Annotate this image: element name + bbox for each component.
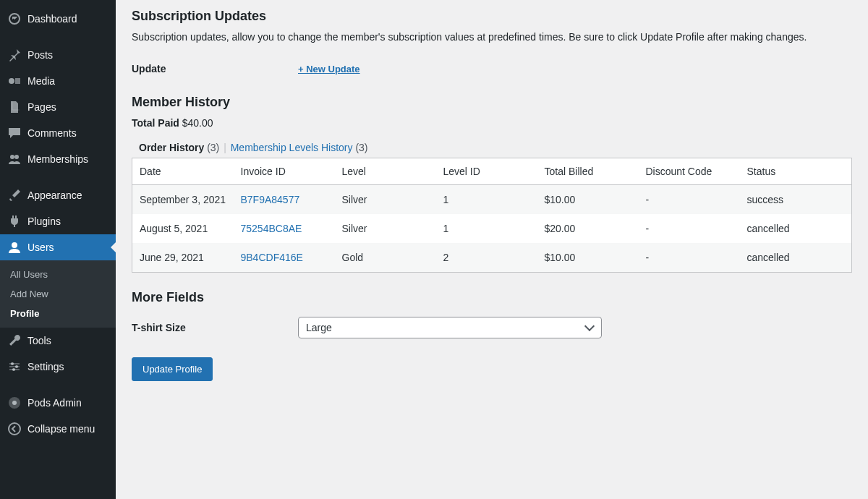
main-content: Subscription Updates Subscription update… <box>116 0 868 499</box>
sidebar-item-users[interactable]: Users <box>0 234 116 260</box>
total-paid: Total Paid $40.00 <box>132 117 852 129</box>
order-history-count: (3) <box>207 142 219 153</box>
sidebar-item-memberships[interactable]: Memberships <box>0 146 116 172</box>
sidebar-item-label: Appearance <box>27 189 82 201</box>
sidebar-item-media[interactable]: Media <box>0 68 116 94</box>
invoice-link[interactable]: 75254BC8AE <box>241 223 302 234</box>
invoice-link[interactable]: 9B4CDF416E <box>241 252 303 263</box>
svg-point-0 <box>9 78 14 84</box>
subscription-updates-heading: Subscription Updates <box>132 9 852 24</box>
cell-level-id: 1 <box>436 214 537 243</box>
tshirt-select[interactable]: Large <box>298 317 602 338</box>
tshirt-select-wrap: Large <box>298 317 602 338</box>
sidebar-item-dashboard[interactable]: Dashboard <box>0 6 116 32</box>
user-icon <box>7 240 22 255</box>
cell-status: cancelled <box>740 243 852 273</box>
comment-icon <box>7 126 22 140</box>
svg-point-1 <box>10 155 14 159</box>
sidebar-item-posts[interactable]: Posts <box>0 42 116 68</box>
col-discount: Discount Code <box>639 158 740 185</box>
sidebar-item-label: Collapse menu <box>27 423 95 435</box>
cell-billed: $10.00 <box>537 185 639 215</box>
svg-point-2 <box>14 155 19 159</box>
tab-order-history[interactable]: Order History <box>139 142 204 153</box>
cell-date: September 3, 2021 <box>132 185 234 215</box>
sidebar-item-label: Users <box>27 242 54 253</box>
cell-level: Gold <box>335 243 436 273</box>
cell-level: Silver <box>335 214 436 243</box>
sidebar-item-pages[interactable]: Pages <box>0 94 116 120</box>
table-row: September 3, 2021 B7F9A84577 Silver 1 $1… <box>132 185 852 215</box>
subscription-updates-description: Subscription updates, allow you to chang… <box>132 31 852 43</box>
plug-icon <box>7 214 22 229</box>
group-icon <box>7 152 22 166</box>
new-update-link[interactable]: + New Update <box>298 64 360 74</box>
col-total-billed: Total Billed <box>537 158 639 185</box>
col-date: Date <box>132 158 234 185</box>
cell-date: June 29, 2021 <box>132 243 234 273</box>
cell-billed: $20.00 <box>537 214 639 243</box>
sidebar-item-label: Pods Admin <box>27 397 82 409</box>
sidebar-item-label: Posts <box>27 49 53 61</box>
invoice-link[interactable]: B7F9A84577 <box>241 194 300 205</box>
sidebar-item-comments[interactable]: Comments <box>0 120 116 146</box>
table-row: June 29, 2021 9B4CDF416E Gold 2 $10.00 -… <box>132 243 852 273</box>
update-label: Update <box>132 63 298 74</box>
sidebar-item-label: Comments <box>27 127 77 139</box>
sidebar-item-pods-admin[interactable]: Pods Admin <box>0 390 116 416</box>
submenu-all-users[interactable]: All Users <box>0 265 116 284</box>
sidebar-item-collapse[interactable]: Collapse menu <box>0 416 116 442</box>
tshirt-label: T-shirt Size <box>132 322 298 333</box>
history-tabs: Order History (3) | Membership Levels Hi… <box>139 142 852 153</box>
cell-level: Silver <box>335 185 436 215</box>
update-row: Update + New Update <box>132 63 852 74</box>
cell-level-id: 1 <box>436 185 537 215</box>
col-level: Level <box>335 158 436 185</box>
submenu-add-new[interactable]: Add New <box>0 284 116 304</box>
tab-membership-levels[interactable]: Membership Levels History <box>231 142 353 153</box>
cell-billed: $10.00 <box>537 243 639 273</box>
dashboard-icon <box>7 12 22 26</box>
total-paid-label: Total Paid <box>132 117 179 129</box>
submenu-profile[interactable]: Profile <box>0 304 116 323</box>
users-submenu: All Users Add New Profile <box>0 260 116 328</box>
svg-point-9 <box>9 423 20 435</box>
cell-status: cancelled <box>740 214 852 243</box>
cell-date: August 5, 2021 <box>132 214 234 243</box>
sidebar-item-appearance[interactable]: Appearance <box>0 182 116 208</box>
col-invoice: Invoice ID <box>234 158 335 185</box>
sidebar-item-label: Settings <box>27 361 64 372</box>
sliders-icon <box>7 359 22 374</box>
more-fields-heading: More Fields <box>132 290 852 305</box>
total-paid-value: $40.00 <box>182 117 213 129</box>
sidebar-item-settings[interactable]: Settings <box>0 354 116 380</box>
sidebar-item-label: Media <box>27 75 55 87</box>
sidebar-item-tools[interactable]: Tools <box>0 328 116 354</box>
cell-status: success <box>740 185 852 215</box>
svg-point-6 <box>12 368 15 371</box>
table-header-row: Date Invoice ID Level Level ID Total Bil… <box>132 158 852 185</box>
pods-icon <box>7 396 22 410</box>
order-history-table: Date Invoice ID Level Level ID Total Bil… <box>132 158 852 273</box>
admin-sidebar: Dashboard Posts Media Pages Comments Mem… <box>0 0 116 499</box>
brush-icon <box>7 188 22 202</box>
cell-discount: - <box>639 185 740 215</box>
svg-point-4 <box>11 362 14 365</box>
sidebar-item-plugins[interactable]: Plugins <box>0 208 116 234</box>
svg-point-3 <box>12 242 17 248</box>
svg-point-8 <box>12 401 17 405</box>
cell-discount: - <box>639 214 740 243</box>
media-icon <box>7 74 22 88</box>
member-history-heading: Member History <box>132 95 852 110</box>
update-profile-button[interactable]: Update Profile <box>132 357 213 381</box>
sidebar-item-label: Dashboard <box>27 13 77 25</box>
table-row: August 5, 2021 75254BC8AE Silver 1 $20.0… <box>132 214 852 243</box>
membership-levels-count: (3) <box>355 142 367 153</box>
sidebar-item-label: Tools <box>27 335 51 346</box>
sidebar-item-label: Pages <box>27 101 56 113</box>
col-level-id: Level ID <box>436 158 537 185</box>
cell-discount: - <box>639 243 740 273</box>
pages-icon <box>7 100 22 114</box>
col-status: Status <box>740 158 852 185</box>
pin-icon <box>7 48 22 62</box>
